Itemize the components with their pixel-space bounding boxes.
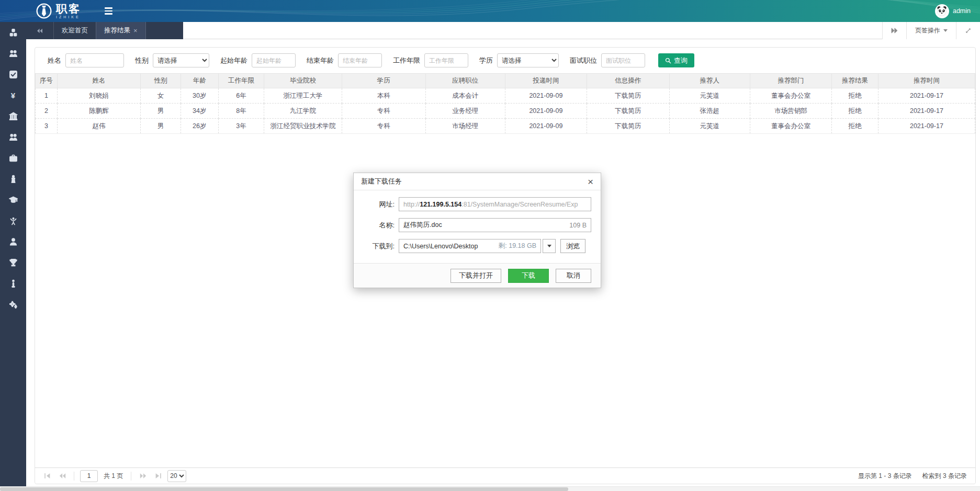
- url-host: 121.199.5.154: [420, 201, 461, 208]
- sidebar-item-profile[interactable]: [0, 231, 26, 252]
- col-age: 年龄: [181, 74, 219, 88]
- caret-down-icon: [943, 29, 948, 32]
- interview-position-filter-input[interactable]: [601, 53, 645, 67]
- user-menu[interactable]: admin: [935, 0, 971, 22]
- scroll-tabs-right-button[interactable]: [882, 22, 906, 39]
- col-school: 毕业院校: [264, 74, 342, 88]
- double-right-arrow-icon: [891, 28, 898, 33]
- cell-education: 专科: [342, 104, 425, 119]
- col-gender: 性别: [141, 74, 181, 88]
- download-resume-link[interactable]: 下载简历: [587, 104, 669, 119]
- cell-school: 浙江理工大学: [264, 88, 342, 104]
- fullscreen-toggle-button[interactable]: [956, 22, 980, 39]
- cell-applied-position: 成本会计: [425, 88, 505, 104]
- next-page-button[interactable]: [137, 470, 149, 482]
- tab-welcome-home[interactable]: 欢迎首页: [53, 22, 96, 39]
- sidebar-item-awards[interactable]: [0, 252, 26, 273]
- gender-filter-label: 性别: [135, 56, 149, 65]
- logo-subtext: IZHIKE: [56, 15, 81, 19]
- download-resume-link[interactable]: 下载简历: [587, 119, 669, 134]
- display-range-text: 显示第 1 - 3 条记录: [858, 472, 912, 481]
- close-tab-icon[interactable]: ×: [133, 27, 138, 34]
- name-filter-input[interactable]: [65, 53, 124, 67]
- pager-divider: [74, 472, 74, 481]
- gears-icon: [9, 300, 18, 309]
- table-row: 1 刘晓娟 女 30岁 6年 浙江理工大学 本科 成本会计 2021-09-09…: [36, 88, 975, 104]
- check-square-icon: [9, 70, 18, 79]
- table-row: 2 陈鹏辉 男 34岁 8年 九江学院 专科 业务经理 2021-09-09 下…: [36, 104, 975, 119]
- sidebar-item-modules[interactable]: [0, 22, 26, 43]
- file-size: 109 B: [569, 222, 587, 229]
- cell-work-years: 3年: [219, 119, 264, 134]
- path-dropdown-button[interactable]: [543, 239, 556, 253]
- col-index: 序号: [36, 74, 58, 88]
- download-path-input[interactable]: C:\Users\Lenovo\Desktop 剩: 19.18 GB: [399, 239, 541, 253]
- yuan-icon: ¥: [11, 91, 15, 100]
- cell-name: 陈鹏辉: [57, 104, 141, 119]
- bank-icon: [9, 112, 18, 121]
- cell-recommend-time: 2021-09-17: [878, 88, 975, 104]
- page-number-input[interactable]: [80, 470, 98, 482]
- table-row: 3 赵伟 男 26岁 3年 浙江经贸职业技术学院 专科 市场经理 2021-09…: [36, 119, 975, 134]
- sidebar-item-achievement[interactable]: [0, 210, 26, 231]
- briefcase-icon: [9, 154, 18, 163]
- sidebar-item-salary[interactable]: ¥: [0, 85, 26, 106]
- work-years-filter-input[interactable]: [424, 53, 468, 67]
- tab-bar: 欢迎首页 推荐结果 × 页签操作: [26, 22, 980, 39]
- download-resume-link[interactable]: 下载简历: [587, 88, 669, 104]
- cell-age: 26岁: [181, 119, 219, 134]
- sidebar-item-interview[interactable]: [0, 168, 26, 189]
- end-age-filter-input[interactable]: [338, 53, 382, 67]
- sidebar-item-education[interactable]: [0, 189, 26, 210]
- end-age-filter-label: 结束年龄: [307, 56, 334, 65]
- pagination-bar: 共 1 页 20 显示第 1 - 3 条记录 检索到 3 条记录: [35, 467, 975, 484]
- sidebar-item-jobs[interactable]: [0, 147, 26, 168]
- education-filter-select[interactable]: 请选择: [497, 53, 559, 67]
- browse-button[interactable]: 浏览: [560, 239, 585, 253]
- scrollbar-thumb[interactable]: [0, 487, 568, 491]
- team-icon: [9, 49, 18, 58]
- navbar-decoration: [0, 0, 980, 22]
- info-icon: [9, 279, 18, 288]
- gender-filter-select[interactable]: 请选择: [153, 53, 209, 67]
- scroll-tabs-left-button[interactable]: [26, 22, 53, 39]
- tab-operations-dropdown[interactable]: 页签操作: [906, 22, 956, 39]
- start-age-filter-input[interactable]: [252, 53, 296, 67]
- col-recommender: 推荐人: [669, 74, 750, 88]
- url-input[interactable]: http://121.199.5.154:81/SystemManage/Scr…: [399, 197, 591, 211]
- col-recommend-time: 推荐时间: [878, 74, 975, 88]
- cell-recommend-dept: 董事会办公室: [750, 119, 831, 134]
- download-button[interactable]: 下载: [508, 269, 549, 283]
- avatar: [935, 4, 949, 18]
- sidebar-item-about[interactable]: [0, 273, 26, 294]
- group-icon: [9, 133, 18, 142]
- sidebar-item-team[interactable]: [0, 43, 26, 64]
- page-size-select[interactable]: 20: [167, 470, 186, 482]
- download-and-open-button[interactable]: 下载并打开: [450, 269, 501, 283]
- sidebar-item-organization[interactable]: [0, 106, 26, 127]
- pagination-summary: 显示第 1 - 3 条记录 检索到 3 条记录: [858, 472, 969, 481]
- table-header-row: 序号 姓名 性别 年龄 工作年限 毕业院校 学历 应聘职位 投递时间 信息操作 …: [36, 74, 975, 88]
- hamburger-menu-icon[interactable]: [105, 0, 118, 22]
- name-filter-label: 姓名: [48, 56, 61, 65]
- sidebar-item-group[interactable]: [0, 127, 26, 147]
- last-page-button[interactable]: [152, 470, 164, 482]
- cell-age: 30岁: [181, 88, 219, 104]
- col-recommend-dept: 推荐部门: [750, 74, 831, 88]
- filename-input[interactable]: 赵伟简历.doc 109 B: [399, 218, 591, 232]
- first-page-button[interactable]: [41, 470, 53, 482]
- cell-education: 专科: [342, 119, 425, 134]
- col-work-years: 工作年限: [219, 74, 264, 88]
- tab-label: 推荐结果: [104, 26, 130, 35]
- dialog-close-icon[interactable]: ×: [588, 177, 593, 187]
- cancel-button[interactable]: 取消: [556, 269, 591, 283]
- tie-logo-icon: [36, 3, 52, 19]
- sidebar-item-settings[interactable]: [0, 294, 26, 315]
- tab-recommend-results[interactable]: 推荐结果 ×: [96, 22, 146, 39]
- horizontal-scrollbar[interactable]: [0, 486, 980, 491]
- prev-page-button[interactable]: [57, 470, 68, 482]
- sidebar-item-tasks[interactable]: [0, 64, 26, 85]
- cell-name: 赵伟: [57, 119, 141, 134]
- search-button[interactable]: 查询: [658, 53, 694, 67]
- cell-recommend-time: 2021-09-17: [878, 104, 975, 119]
